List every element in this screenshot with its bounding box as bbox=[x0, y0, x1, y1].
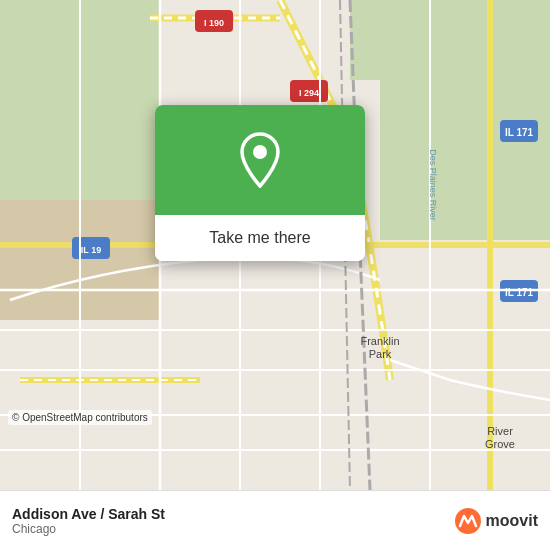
svg-text:Park: Park bbox=[369, 348, 392, 360]
take-me-there-button[interactable]: Take me there bbox=[155, 215, 365, 261]
svg-text:IL 171: IL 171 bbox=[505, 127, 534, 138]
popup-map bbox=[155, 105, 365, 215]
address-street: Addison Ave / Sarah St bbox=[12, 506, 165, 522]
moovit-logo: moovit bbox=[454, 507, 538, 535]
svg-rect-5 bbox=[350, 0, 550, 80]
svg-text:Grove: Grove bbox=[485, 438, 515, 450]
map-container: IL 171 IL 171 I 190 I 294 IL 19 Franklin… bbox=[0, 0, 550, 490]
svg-text:River: River bbox=[487, 425, 513, 437]
address-info: Addison Ave / Sarah St Chicago bbox=[12, 506, 165, 536]
location-pin-icon bbox=[238, 132, 282, 188]
moovit-brand-text: moovit bbox=[486, 512, 538, 530]
svg-text:I 190: I 190 bbox=[204, 18, 224, 28]
svg-text:IL 171: IL 171 bbox=[505, 287, 534, 298]
svg-rect-4 bbox=[380, 60, 550, 240]
svg-text:Franklin: Franklin bbox=[360, 335, 399, 347]
svg-point-37 bbox=[253, 145, 267, 159]
bottom-bar: Addison Ave / Sarah St Chicago moovit bbox=[0, 490, 550, 550]
moovit-icon bbox=[454, 507, 482, 535]
map-attribution: © OpenStreetMap contributors bbox=[8, 410, 152, 425]
svg-text:I 294: I 294 bbox=[299, 88, 319, 98]
svg-text:Des Plaines River: Des Plaines River bbox=[428, 149, 438, 221]
address-city: Chicago bbox=[12, 522, 165, 536]
svg-text:IL 19: IL 19 bbox=[81, 245, 101, 255]
location-popup: Take me there bbox=[155, 105, 365, 261]
